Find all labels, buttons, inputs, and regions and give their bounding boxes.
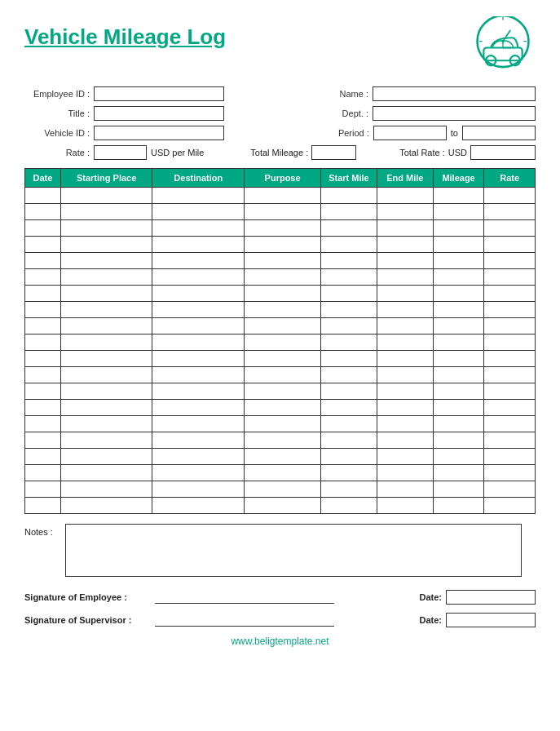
rate-input[interactable]	[94, 145, 147, 160]
period-label: Period :	[304, 128, 369, 138]
col-endmile-header: End Mile	[377, 169, 433, 188]
table-cell	[377, 351, 433, 367]
table-cell	[321, 286, 377, 302]
table-cell	[25, 237, 61, 253]
employee-date-input[interactable]	[446, 590, 536, 605]
table-cell	[25, 465, 61, 481]
employee-id-input[interactable]	[94, 86, 224, 101]
total-mileage-input[interactable]	[311, 145, 356, 160]
table-cell	[60, 416, 152, 432]
table-cell	[484, 383, 536, 400]
vehicle-id-input[interactable]	[94, 126, 224, 140]
table-cell	[484, 481, 536, 498]
table-cell	[484, 465, 536, 481]
table-cell	[484, 334, 536, 351]
employee-id-label: Employee ID :	[24, 89, 90, 99]
table-cell	[245, 204, 321, 220]
table-cell	[245, 220, 321, 237]
table-cell	[245, 367, 321, 383]
table-row	[25, 302, 536, 318]
table-cell	[377, 383, 433, 400]
table-cell	[25, 498, 61, 514]
employee-date-label: Date:	[419, 592, 442, 602]
table-cell	[433, 318, 484, 334]
table-cell	[377, 481, 433, 498]
supervisor-sig-line	[155, 614, 334, 627]
mileage-table: Date Starting Place Destination Purpose …	[24, 168, 536, 514]
table-cell	[484, 432, 536, 449]
supervisor-date-label: Date:	[419, 615, 442, 625]
table-row	[25, 286, 536, 302]
title-label: Title :	[24, 109, 90, 118]
table-cell	[245, 286, 321, 302]
table-cell	[60, 432, 152, 449]
table-cell	[484, 449, 536, 465]
table-cell	[321, 400, 377, 416]
dept-input[interactable]	[373, 106, 536, 121]
supervisor-date-input[interactable]	[446, 613, 536, 627]
table-cell	[433, 204, 484, 220]
table-cell	[25, 416, 61, 432]
table-cell	[152, 481, 245, 498]
table-cell	[377, 318, 433, 334]
table-cell	[25, 367, 61, 383]
table-cell	[321, 367, 377, 383]
page-title: Vehicle Mileage Log	[24, 24, 226, 50]
table-cell	[152, 432, 245, 449]
table-cell	[321, 465, 377, 481]
table-cell	[484, 237, 536, 253]
table-cell	[25, 334, 61, 351]
table-cell	[152, 351, 245, 367]
table-cell	[245, 449, 321, 465]
table-cell	[377, 302, 433, 318]
table-row	[25, 188, 536, 204]
page-header: Vehicle Mileage Log	[24, 16, 536, 73]
table-cell	[245, 383, 321, 400]
table-cell	[25, 351, 61, 367]
table-cell	[245, 253, 321, 269]
table-cell	[60, 367, 152, 383]
table-cell	[377, 188, 433, 204]
table-cell	[152, 302, 245, 318]
employee-name-row: Employee ID : Name :	[24, 86, 536, 101]
table-cell	[245, 432, 321, 449]
table-cell	[152, 220, 245, 237]
table-cell	[245, 318, 321, 334]
table-cell	[377, 400, 433, 416]
table-cell	[152, 383, 245, 400]
table-cell	[484, 188, 536, 204]
period-to-input[interactable]	[462, 126, 536, 140]
svg-line-4	[503, 31, 510, 42]
notes-input[interactable]	[65, 524, 522, 577]
title-input[interactable]	[94, 106, 224, 121]
table-row	[25, 367, 536, 383]
col-rate-header: Rate	[484, 169, 536, 188]
total-rate-input[interactable]	[470, 145, 536, 160]
table-cell	[484, 286, 536, 302]
employee-sig-row: Signature of Employee : Date:	[24, 590, 536, 605]
table-cell	[377, 465, 433, 481]
signature-section: Signature of Employee : Date: Signature …	[24, 590, 536, 627]
table-header-row: Date Starting Place Destination Purpose …	[25, 169, 536, 188]
period-from-input[interactable]	[373, 126, 447, 140]
usd-per-mile-label: USD per Mile	[151, 148, 204, 157]
table-cell	[321, 237, 377, 253]
table-cell	[60, 220, 152, 237]
name-input[interactable]	[373, 86, 536, 101]
table-cell	[60, 351, 152, 367]
table-cell	[433, 237, 484, 253]
notes-label: Notes :	[24, 524, 65, 537]
table-cell	[433, 449, 484, 465]
employee-sig-line	[155, 591, 334, 604]
table-cell	[484, 400, 536, 416]
table-cell	[433, 286, 484, 302]
rate-total-row: Rate : USD per Mile Total Mileage : Tota…	[24, 145, 536, 160]
table-cell	[321, 318, 377, 334]
table-cell	[484, 220, 536, 237]
col-destination-header: Destination	[152, 169, 245, 188]
table-cell	[377, 449, 433, 465]
col-starting-header: Starting Place	[60, 169, 152, 188]
table-cell	[484, 204, 536, 220]
table-cell	[25, 253, 61, 269]
table-cell	[377, 286, 433, 302]
